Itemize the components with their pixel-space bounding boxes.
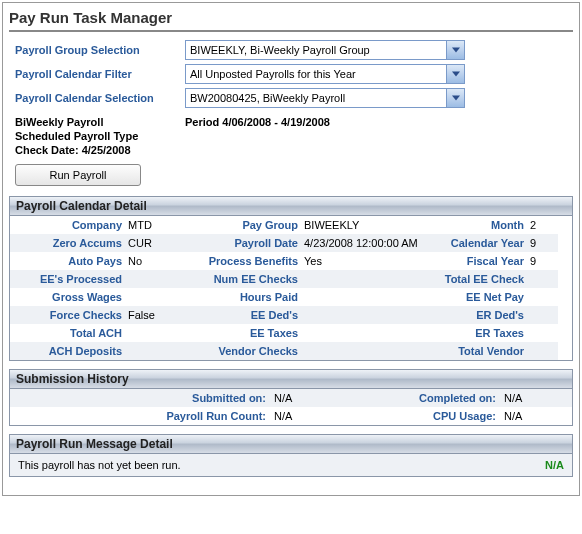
detail-label[interactable]: Hours Paid: [178, 288, 302, 306]
detail-label[interactable]: Force Checks: [10, 306, 126, 324]
completed-on-value: N/A: [500, 389, 556, 407]
detail-value: 9: [528, 234, 558, 252]
detail-value: [528, 306, 558, 324]
detail-label[interactable]: ACH Deposits: [10, 342, 126, 360]
detail-value: [302, 342, 432, 360]
detail-value: [126, 270, 178, 288]
calendar-selection-label: Payroll Calendar Selection: [15, 92, 185, 104]
detail-label[interactable]: Gross Wages: [10, 288, 126, 306]
chevron-down-icon[interactable]: [446, 89, 464, 107]
detail-value: 4/23/2008 12:00:00 AM: [302, 234, 432, 252]
submitted-on-value: N/A: [270, 389, 330, 407]
cpu-usage-value: N/A: [500, 407, 556, 425]
detail-label[interactable]: Total Vendor: [432, 342, 528, 360]
chevron-down-icon[interactable]: [446, 41, 464, 59]
calendar-selection-select[interactable]: BW20080425, BiWeekly Payroll: [185, 88, 465, 108]
detail-label[interactable]: Auto Pays: [10, 252, 126, 270]
detail-value: [302, 306, 432, 324]
run-count-value: N/A: [270, 407, 330, 425]
detail-value: [528, 288, 558, 306]
detail-value: [126, 324, 178, 342]
detail-value: [302, 324, 432, 342]
detail-label[interactable]: Fiscal Year: [432, 252, 528, 270]
message-text: This payroll has not yet been run.: [18, 459, 181, 471]
detail-value: [302, 270, 432, 288]
submission-history-section: Submission History Submitted on: N/A Com…: [9, 369, 573, 426]
detail-label[interactable]: Company: [10, 216, 126, 234]
detail-value: MTD: [126, 216, 178, 234]
calendar-selection-value: BW20080425, BiWeekly Payroll: [190, 92, 345, 104]
detail-label[interactable]: Payroll Date: [178, 234, 302, 252]
cpu-usage-label: CPU Usage:: [330, 407, 500, 425]
detail-label[interactable]: Num EE Checks: [178, 270, 302, 288]
section-header: Payroll Calendar Detail: [10, 197, 572, 216]
page-title: Pay Run Task Manager: [9, 7, 573, 32]
detail-label[interactable]: EE Net Pay: [432, 288, 528, 306]
message-status: N/A: [545, 459, 564, 471]
scheduled-type: Scheduled Payroll Type: [15, 130, 185, 142]
detail-value: BIWEEKLY: [302, 216, 432, 234]
period: Period 4/06/2008 - 4/19/2008: [185, 116, 330, 128]
detail-value: No: [126, 252, 178, 270]
detail-label[interactable]: Calendar Year: [432, 234, 528, 252]
detail-label[interactable]: EE Taxes: [178, 324, 302, 342]
run-payroll-button[interactable]: Run Payroll: [15, 164, 141, 186]
detail-value: [528, 270, 558, 288]
completed-on-label: Completed on:: [330, 389, 500, 407]
detail-label[interactable]: Vendor Checks: [178, 342, 302, 360]
detail-value: 9: [528, 252, 558, 270]
detail-label[interactable]: EE's Processed: [10, 270, 126, 288]
calendar-filter-value: All Unposted Payrolls for this Year: [190, 68, 356, 80]
payroll-name: BiWeekly Payroll: [15, 116, 185, 128]
detail-value: 2: [528, 216, 558, 234]
detail-label[interactable]: Total EE Check: [432, 270, 528, 288]
detail-label[interactable]: Pay Group: [178, 216, 302, 234]
detail-label[interactable]: ER Ded's: [432, 306, 528, 324]
payroll-group-label: Payroll Group Selection: [15, 44, 185, 56]
section-header: Submission History: [10, 370, 572, 389]
detail-value: CUR: [126, 234, 178, 252]
submitted-on-label: Submitted on:: [10, 389, 270, 407]
payroll-calendar-detail-section: Payroll Calendar Detail CompanyMTDPay Gr…: [9, 196, 573, 361]
detail-label[interactable]: Zero Accums: [10, 234, 126, 252]
detail-label[interactable]: EE Ded's: [178, 306, 302, 324]
detail-value: [528, 324, 558, 342]
detail-value: [302, 288, 432, 306]
chevron-down-icon[interactable]: [446, 65, 464, 83]
detail-value: [126, 288, 178, 306]
detail-label[interactable]: ER Taxes: [432, 324, 528, 342]
detail-value: False: [126, 306, 178, 324]
payroll-group-select[interactable]: BIWEEKLY, Bi-Weekly Payroll Group: [185, 40, 465, 60]
detail-label[interactable]: Month: [432, 216, 528, 234]
detail-value: [528, 342, 558, 360]
calendar-filter-select[interactable]: All Unposted Payrolls for this Year: [185, 64, 465, 84]
check-date: Check Date: 4/25/2008: [15, 144, 185, 156]
detail-label[interactable]: Total ACH: [10, 324, 126, 342]
detail-label[interactable]: Process Benefits: [178, 252, 302, 270]
calendar-filter-label: Payroll Calendar Filter: [15, 68, 185, 80]
payroll-run-message-section: Payroll Run Message Detail This payroll …: [9, 434, 573, 477]
payroll-group-value: BIWEEKLY, Bi-Weekly Payroll Group: [190, 44, 370, 56]
section-header: Payroll Run Message Detail: [10, 435, 572, 454]
detail-value: Yes: [302, 252, 432, 270]
detail-value: [126, 342, 178, 360]
run-count-label: Payroll Run Count:: [10, 407, 270, 425]
